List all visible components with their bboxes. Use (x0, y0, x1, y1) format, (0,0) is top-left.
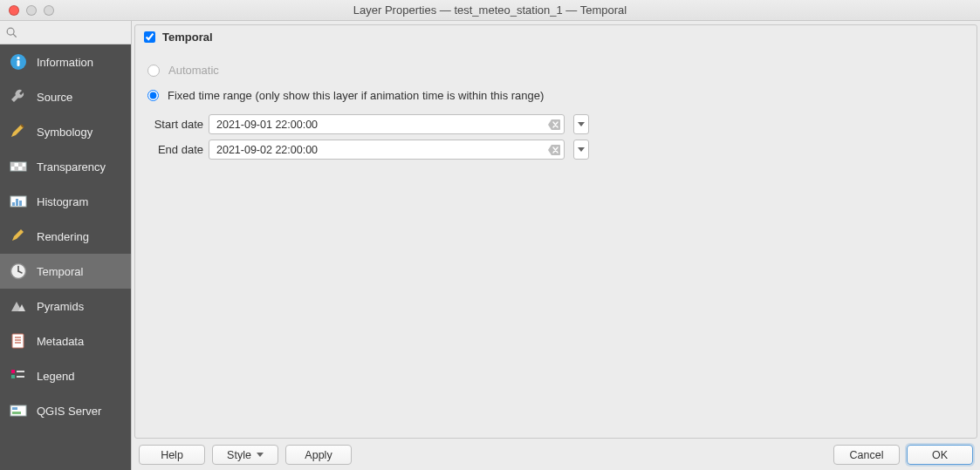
sidebar-item-legend[interactable]: Legend (0, 358, 131, 393)
search-icon (5, 26, 17, 38)
radio-automatic: Automatic (147, 64, 964, 77)
temporal-enable-checkbox[interactable] (144, 31, 155, 43)
svg-rect-26 (12, 407, 17, 410)
svg-rect-6 (10, 162, 15, 167)
svg-rect-13 (19, 201, 22, 206)
svg-rect-17 (12, 334, 24, 348)
sidebar-item-metadata[interactable]: Metadata (0, 324, 131, 358)
sidebar-item-label: QGIS Server (37, 405, 101, 418)
help-button[interactable]: Help (139, 445, 205, 465)
svg-rect-9 (23, 167, 27, 171)
sidebar-item-label: Histogram (37, 195, 88, 208)
sidebar-item-label: Metadata (37, 335, 84, 348)
svg-rect-7 (18, 162, 23, 167)
start-date-input[interactable] (209, 116, 545, 133)
end-date-input[interactable] (209, 141, 545, 159)
end-date-label: End date (147, 143, 203, 156)
start-date-field[interactable] (209, 114, 565, 134)
style-button-label: Style (227, 449, 251, 461)
sidebar-list: InformationSourceSymbologyTransparencyHi… (0, 44, 131, 470)
svg-rect-21 (11, 370, 15, 373)
ok-button[interactable]: OK (907, 445, 973, 465)
end-date-dropdown[interactable] (573, 140, 589, 160)
sidebar: InformationSourceSymbologyTransparencyHi… (0, 21, 131, 470)
sidebar-search-row (0, 21, 131, 44)
sidebar-item-information[interactable]: Information (0, 44, 131, 79)
sidebar-item-label: Legend (37, 370, 74, 383)
end-date-clear-icon[interactable] (545, 145, 564, 155)
server-icon (9, 401, 28, 420)
sidebar-item-label: Source (37, 91, 72, 104)
brush-icon (9, 122, 28, 141)
metadata-icon (9, 331, 28, 351)
chevron-down-icon (578, 122, 585, 126)
start-date-label: Start date (147, 118, 203, 131)
sidebar-item-source[interactable]: Source (0, 79, 131, 114)
svg-line-1 (13, 34, 16, 37)
sidebar-item-rendering[interactable]: Rendering (0, 219, 131, 254)
transparency-icon (9, 157, 28, 176)
svg-rect-27 (12, 412, 21, 414)
start-date-dropdown[interactable] (573, 114, 589, 134)
end-date-row: End date (147, 140, 964, 160)
cancel-button[interactable]: Cancel (833, 445, 900, 465)
end-date-field[interactable] (209, 140, 565, 160)
svg-rect-11 (12, 202, 15, 206)
titlebar: Layer Properties — test_meteo_station_1 … (0, 0, 980, 21)
panel-body: Automatic Fixed time range (only show th… (135, 50, 977, 438)
svg-rect-25 (10, 405, 26, 416)
radio-fixed-range-input[interactable] (147, 90, 159, 101)
sidebar-item-pyramids[interactable]: Pyramids (0, 289, 131, 324)
start-date-clear-icon[interactable] (545, 119, 564, 130)
sidebar-item-temporal[interactable]: Temporal (0, 254, 131, 289)
clock-icon (9, 262, 28, 281)
main-area: Temporal Automatic Fixed time range (onl… (131, 21, 980, 470)
start-date-row: Start date (147, 114, 964, 134)
sidebar-item-label: Temporal (37, 265, 83, 278)
panel-header: Temporal (135, 25, 977, 50)
svg-rect-8 (15, 167, 19, 171)
svg-rect-22 (11, 375, 15, 378)
panel-title: Temporal (162, 31, 213, 44)
window-title: Layer Properties — test_meteo_station_1 … (0, 3, 980, 17)
chevron-down-icon (578, 147, 585, 152)
sidebar-item-symbology[interactable]: Symbology (0, 114, 131, 149)
sidebar-item-label: Pyramids (37, 300, 84, 313)
button-bar: Help Style Apply Cancel OK (132, 439, 980, 470)
sidebar-item-label: Transparency (37, 160, 106, 174)
radio-fixed-range-label: Fixed time range (only show this layer i… (168, 89, 544, 102)
render-icon (9, 227, 28, 246)
info-icon (9, 52, 28, 72)
pyramids-icon (9, 296, 28, 316)
sidebar-item-histogram[interactable]: Histogram (0, 184, 131, 219)
sidebar-item-transparency[interactable]: Transparency (0, 149, 131, 184)
radio-automatic-label: Automatic (168, 64, 219, 77)
temporal-panel: Temporal Automatic Fixed time range (onl… (134, 24, 977, 439)
sidebar-item-qgis-server[interactable]: QGIS Server (0, 393, 131, 428)
chevron-down-icon (257, 453, 264, 457)
apply-button[interactable]: Apply (285, 445, 352, 465)
radio-fixed-range[interactable]: Fixed time range (only show this layer i… (147, 89, 964, 102)
sidebar-item-label: Symbology (37, 126, 93, 139)
sidebar-item-label: Information (37, 56, 93, 69)
svg-point-3 (17, 57, 19, 59)
histogram-icon (9, 192, 28, 211)
svg-rect-12 (16, 199, 18, 206)
radio-automatic-indicator (147, 65, 160, 77)
sidebar-item-label: Rendering (37, 230, 89, 243)
svg-rect-4 (17, 60, 20, 66)
style-button[interactable]: Style (212, 445, 278, 465)
wrench-icon (9, 87, 28, 106)
legend-icon (9, 366, 28, 385)
